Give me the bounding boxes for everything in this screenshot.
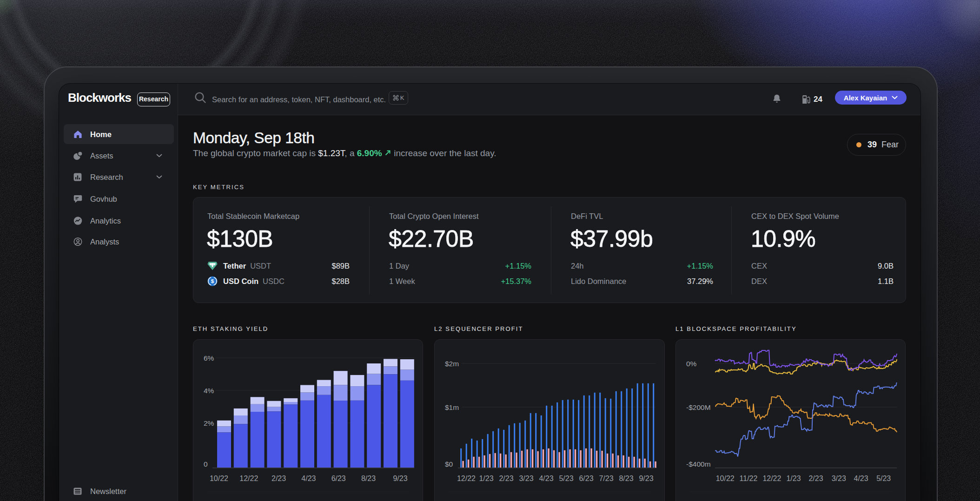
svg-text:12/22: 12/22 (457, 475, 476, 482)
svg-text:4/23: 4/23 (539, 475, 553, 482)
svg-text:1/23: 1/23 (479, 475, 493, 482)
svg-text:$1m: $1m (445, 403, 459, 411)
svg-text:6%: 6% (204, 354, 214, 362)
svg-text:1/23: 1/23 (786, 475, 801, 482)
svg-text:12/22: 12/22 (239, 475, 258, 482)
svg-text:11/22: 11/22 (740, 475, 758, 482)
svg-text:0%: 0% (686, 360, 697, 368)
svg-text:7/23: 7/23 (599, 475, 613, 482)
svg-text:10/22: 10/22 (210, 475, 228, 482)
svg-text:$: $ (211, 278, 214, 284)
svg-text:2/23: 2/23 (808, 475, 823, 482)
svg-text:4/23: 4/23 (301, 475, 316, 482)
svg-text:9/23: 9/23 (393, 475, 407, 482)
svg-text:-$400m: -$400m (686, 460, 711, 468)
svg-text:5/23: 5/23 (559, 475, 573, 482)
svg-text:-$200M: -$200M (686, 403, 711, 411)
svg-text:8/23: 8/23 (619, 475, 633, 482)
svg-text:4%: 4% (204, 387, 214, 395)
svg-text:2/23: 2/23 (499, 475, 513, 482)
svg-text:9/23: 9/23 (639, 475, 653, 482)
svg-text:$2m: $2m (445, 360, 459, 368)
svg-text:0: 0 (204, 460, 208, 468)
svg-text:12/22: 12/22 (762, 475, 781, 482)
svg-text:2/23: 2/23 (271, 475, 286, 482)
svg-text:3/23: 3/23 (519, 475, 533, 482)
svg-text:6/23: 6/23 (579, 475, 593, 482)
svg-text:$0: $0 (445, 460, 453, 468)
svg-text:2%: 2% (204, 419, 214, 427)
svg-text:6/23: 6/23 (331, 475, 346, 482)
svg-text:4/23: 4/23 (854, 475, 868, 482)
svg-text:3/23: 3/23 (832, 475, 846, 482)
svg-text:8/23: 8/23 (361, 475, 376, 482)
svg-text:5/23: 5/23 (876, 475, 891, 482)
svg-text:10/22: 10/22 (716, 475, 735, 482)
